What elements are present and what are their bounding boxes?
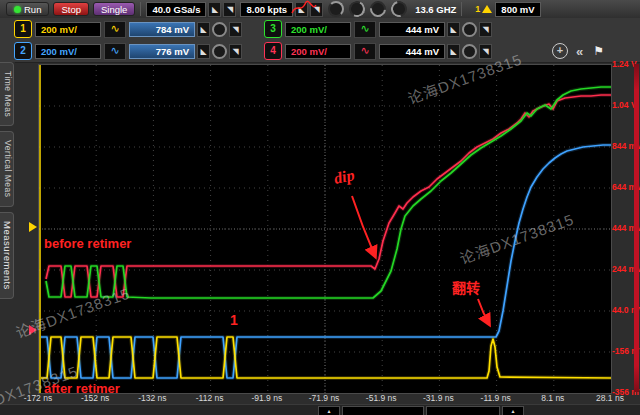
channel3-offset-decrease-button[interactable]: ◣ <box>447 22 460 37</box>
channel1-offset-decrease-button[interactable]: ◣ <box>197 22 210 37</box>
channel1-fine-adjust-knob[interactable] <box>212 22 227 37</box>
trigger-level-icon <box>482 5 492 13</box>
ch1-yellow-glow <box>41 337 611 378</box>
tab-time-meas[interactable]: Time Meas <box>0 62 14 126</box>
flip-annotation: 翻转 <box>452 277 480 297</box>
channel3-offset-increase-button[interactable]: ◥ <box>479 22 492 37</box>
right-axis-label: 1.24 V <box>612 59 637 69</box>
flag-icon[interactable]: ⚑ <box>593 44 604 58</box>
stop-button[interactable]: Stop <box>53 2 89 16</box>
channel2-offset-decrease-button[interactable]: ◣ <box>197 44 210 59</box>
trigger-level-field[interactable]: 800 mV <box>495 2 540 17</box>
marker-up-button[interactable]: ▴ <box>318 406 340 415</box>
time-axis-label: -71.9 ns <box>309 393 340 403</box>
sample-rate-field[interactable]: 40.0 GSa/s <box>146 2 206 17</box>
channel2-button[interactable]: 2 <box>14 42 32 60</box>
channel1-button[interactable]: 1 <box>14 20 32 38</box>
channel4-button[interactable]: 4 <box>264 42 282 60</box>
sample-rate-decrease-button[interactable]: ◣ <box>208 2 221 17</box>
time-axis-label: -11.9 ns <box>481 393 511 403</box>
waveform-icon[interactable]: ∿ <box>354 21 376 38</box>
time-axis-label: -112 ns <box>196 393 224 403</box>
run-label: Run <box>24 3 41 16</box>
channel2-scale-field[interactable]: 200 mV/ <box>35 44 101 59</box>
trigger-level-marker[interactable] <box>29 325 37 335</box>
time-axis-label: -91.9 ns <box>251 393 282 403</box>
channel4-offset-decrease-button[interactable]: ◣ <box>447 44 460 59</box>
add-channel-icon[interactable]: + <box>552 43 568 59</box>
channel3-scale-field[interactable]: 200 mV/ <box>285 22 351 37</box>
waveform-display[interactable] <box>38 64 612 394</box>
memory-depth-increase-button[interactable]: ◥ <box>310 2 323 17</box>
single-button[interactable]: Single <box>93 2 135 16</box>
channel3-fine-adjust-knob[interactable] <box>462 22 477 37</box>
top-toolbar: Run Stop Single 40.0 GSa/s ◣ ◥ 8.00 kpts… <box>0 0 640 19</box>
memory-depth-field[interactable]: 8.00 kpts <box>240 2 293 17</box>
channel1-offset-increase-button[interactable]: ◥ <box>229 22 242 37</box>
ch1-yellow-trace <box>41 337 611 378</box>
after-retimer-label: after retimer <box>44 381 120 396</box>
bottom-toolbar: ▴ ▴ <box>0 404 640 415</box>
tab-measurements[interactable]: Measurements <box>0 212 14 299</box>
run-button[interactable]: Run <box>6 2 49 16</box>
channel3-button[interactable]: 3 <box>264 20 282 38</box>
bandwidth-label: 13.6 GHZ <box>415 4 456 15</box>
ch2-blue-trace <box>41 145 611 378</box>
channel3-offset-field[interactable]: 444 mV <box>379 22 445 37</box>
channel4-offset-field[interactable]: 444 mV <box>379 44 445 59</box>
channel1-offset-marker[interactable] <box>29 222 37 232</box>
channel1-scale-field[interactable]: 200 mV/ <box>35 22 101 37</box>
tab-vertical-meas[interactable]: Vertical Meas <box>0 131 14 207</box>
time-axis-label: 28.1 ns <box>596 393 624 403</box>
channel-row-2-4: 2 200 mV/ ∿ 776 mV ◣ ◥ 4 200 mV/ ∿ 444 m… <box>0 40 640 63</box>
channel4-fine-adjust-knob[interactable] <box>462 44 477 59</box>
channel2-offset-field[interactable]: 776 mV <box>129 44 195 59</box>
waveform-icon[interactable]: ∿ <box>104 43 126 60</box>
channel4-scale-field[interactable]: 200 mV/ <box>285 44 351 59</box>
oscilloscope-app: Run Stop Single 40.0 GSa/s ◣ ◥ 8.00 kpts… <box>0 0 640 415</box>
right-voltage-axis: 1.24 V1.04 V844 mV644 mV444 mV244 mV44.0… <box>611 64 634 392</box>
channel2-offset-increase-button[interactable]: ◥ <box>229 44 242 59</box>
channel-row-1-3: 1 200 mV/ ∿ 784 mV ◣ ◥ 3 200 mV/ ∿ 444 m… <box>0 18 640 41</box>
toolbar-divider <box>461 2 462 16</box>
vertical-scroll-rail[interactable] <box>634 64 639 392</box>
memory-depth-decrease-button[interactable]: ◣ <box>295 2 308 17</box>
marker-field[interactable] <box>342 406 424 415</box>
sample-rate-increase-button[interactable]: ◥ <box>223 2 236 17</box>
time-axis-label: 8.1 ns <box>541 393 564 403</box>
waveform-icon[interactable]: ∿ <box>104 21 126 38</box>
collapse-icon[interactable]: « <box>576 44 583 59</box>
channel1-offset-field[interactable]: 784 mV <box>129 22 195 37</box>
mark-1-annotation: 1 <box>230 312 238 328</box>
waveform-icon[interactable]: ∿ <box>354 43 376 60</box>
trigger-source-label: 1 <box>475 4 480 14</box>
ch2-blue-glow <box>41 145 611 378</box>
left-sidebar: Time Meas Vertical Meas Measurements <box>0 62 15 415</box>
channel4-offset-increase-button[interactable]: ◥ <box>479 44 492 59</box>
knob-icon[interactable] <box>388 0 410 20</box>
time-axis-label: -51.9 ns <box>366 393 397 403</box>
knob-icon[interactable] <box>347 0 368 19</box>
before-retimer-label: before retimer <box>44 236 131 251</box>
marker-up-button[interactable]: ▴ <box>502 406 524 415</box>
toolbar-divider <box>140 2 141 16</box>
left-edge-highlight <box>39 65 41 393</box>
knob-icon[interactable] <box>328 1 344 17</box>
time-axis-label: -132 ns <box>138 393 166 403</box>
run-indicator-icon <box>14 6 21 13</box>
channel2-fine-adjust-knob[interactable] <box>212 44 227 59</box>
marker-field[interactable] <box>426 406 500 415</box>
right-axis-label: 1.04 V <box>612 100 637 110</box>
waveform-canvas <box>39 65 611 393</box>
time-axis-label: -31.9 ns <box>423 393 454 403</box>
